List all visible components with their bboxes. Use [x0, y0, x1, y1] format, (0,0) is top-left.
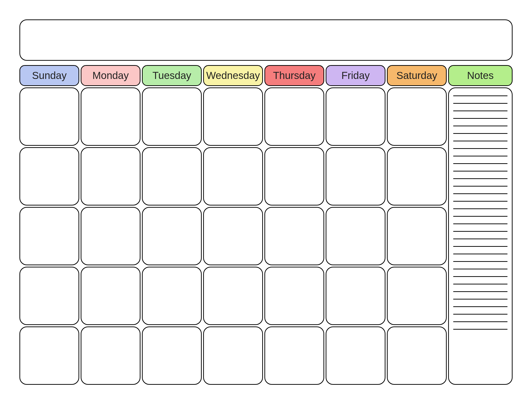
note-line[interactable] [453, 231, 507, 232]
note-line[interactable] [453, 186, 507, 187]
day-header-sunday: Sunday [19, 65, 79, 86]
note-line[interactable] [453, 201, 507, 202]
day-header-tuesday: Tuesday [142, 65, 202, 86]
note-line[interactable] [453, 284, 507, 284]
note-line[interactable] [453, 239, 507, 239]
note-line[interactable] [453, 321, 507, 322]
note-line[interactable] [453, 246, 507, 247]
day-cell[interactable] [265, 327, 324, 385]
notes-header: Notes [448, 65, 513, 86]
note-line[interactable] [453, 208, 507, 209]
day-cell[interactable] [387, 267, 447, 325]
day-cell[interactable] [142, 267, 202, 325]
note-line[interactable] [453, 269, 507, 269]
day-cell[interactable] [81, 207, 141, 265]
day-cell[interactable] [326, 267, 385, 325]
note-line[interactable] [453, 329, 507, 330]
day-cell[interactable] [19, 267, 79, 325]
day-cell[interactable] [203, 267, 263, 325]
title-box[interactable] [19, 19, 513, 61]
note-line[interactable] [453, 111, 507, 111]
calendar-template: Sunday Monday Tuesday Wednesday Thursday… [0, 0, 532, 411]
note-line[interactable] [453, 133, 507, 134]
day-cell[interactable] [142, 207, 202, 265]
day-cell[interactable] [142, 147, 202, 206]
note-line[interactable] [453, 276, 507, 277]
day-cell[interactable] [142, 87, 202, 146]
note-line[interactable] [453, 95, 507, 96]
day-header-thursday: Thursday [265, 65, 324, 86]
day-cell[interactable] [81, 327, 141, 385]
day-cell[interactable] [326, 207, 385, 265]
note-line[interactable] [453, 126, 507, 126]
day-cell[interactable] [387, 327, 447, 385]
day-cell[interactable] [265, 267, 324, 325]
note-line[interactable] [453, 261, 507, 262]
note-line[interactable] [453, 171, 507, 171]
note-line[interactable] [453, 193, 507, 194]
day-cell[interactable] [387, 207, 447, 265]
note-line[interactable] [453, 163, 507, 164]
day-cell[interactable] [265, 147, 324, 206]
day-cell[interactable] [326, 327, 385, 385]
day-cell[interactable] [203, 87, 263, 146]
header-row: Sunday Monday Tuesday Wednesday Thursday… [19, 65, 513, 86]
day-cell[interactable] [19, 207, 79, 265]
note-line[interactable] [453, 299, 507, 299]
day-cell[interactable] [142, 327, 202, 385]
note-line[interactable] [453, 224, 507, 224]
notes-panel[interactable] [448, 87, 513, 385]
day-cell[interactable] [203, 147, 263, 206]
note-line[interactable] [453, 141, 507, 141]
note-line[interactable] [453, 118, 507, 119]
day-cell[interactable] [326, 147, 385, 206]
note-line[interactable] [453, 306, 507, 307]
day-header-monday: Monday [81, 65, 141, 86]
day-cell[interactable] [19, 87, 79, 146]
day-cell[interactable] [81, 267, 141, 325]
note-line[interactable] [453, 314, 507, 315]
day-cell[interactable] [387, 87, 447, 146]
note-line[interactable] [453, 156, 507, 156]
day-header-friday: Friday [326, 65, 385, 86]
day-header-wednesday: Wednesday [203, 65, 263, 86]
note-line[interactable] [453, 216, 507, 217]
note-line[interactable] [453, 291, 507, 292]
body-row [19, 87, 513, 385]
day-header-saturday: Saturday [387, 65, 447, 86]
day-cell[interactable] [19, 327, 79, 385]
note-line[interactable] [453, 103, 507, 104]
calendar-grid [19, 87, 447, 385]
day-cell[interactable] [203, 207, 263, 265]
note-line[interactable] [453, 148, 507, 149]
day-cell[interactable] [387, 147, 447, 206]
day-cell[interactable] [203, 327, 263, 385]
day-cell[interactable] [265, 207, 324, 265]
day-cell[interactable] [81, 147, 141, 206]
note-line[interactable] [453, 254, 507, 254]
day-cell[interactable] [326, 87, 385, 146]
day-cell[interactable] [19, 147, 79, 206]
note-line[interactable] [453, 178, 507, 179]
day-cell[interactable] [81, 87, 141, 146]
day-cell[interactable] [265, 87, 324, 146]
